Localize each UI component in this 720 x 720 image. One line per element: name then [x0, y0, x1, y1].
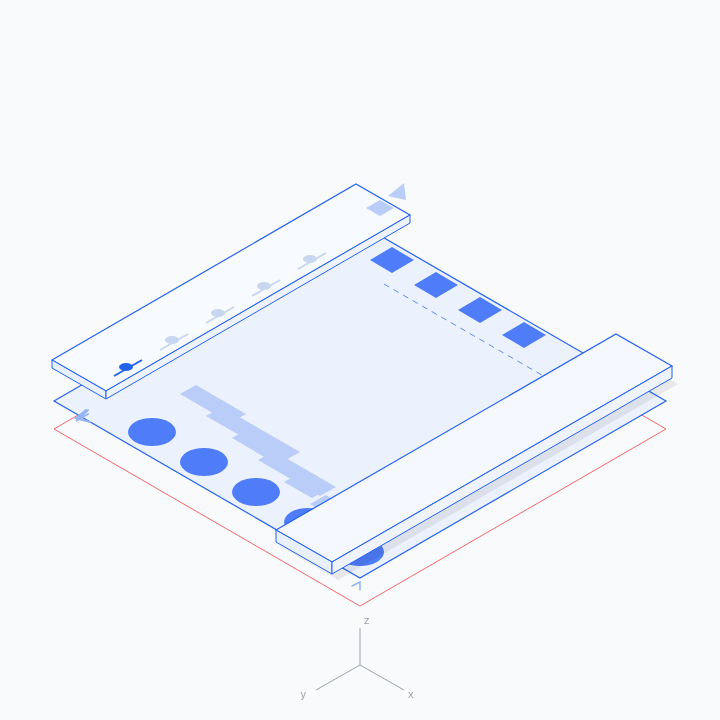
axis-y-label: y [301, 688, 307, 700]
axis-x-label: x [408, 688, 414, 700]
svg-line-39 [316, 665, 360, 690]
axis-gizmo: z x y [301, 614, 415, 700]
svg-line-38 [360, 665, 404, 690]
triangle-icon[interactable] [388, 183, 406, 200]
svg-point-6 [128, 418, 176, 446]
svg-point-7 [180, 448, 228, 476]
svg-point-8 [232, 478, 280, 506]
isometric-diagram: z x y [0, 0, 720, 720]
resize-corner-icon [352, 582, 360, 590]
axis-z-label: z [364, 614, 370, 626]
